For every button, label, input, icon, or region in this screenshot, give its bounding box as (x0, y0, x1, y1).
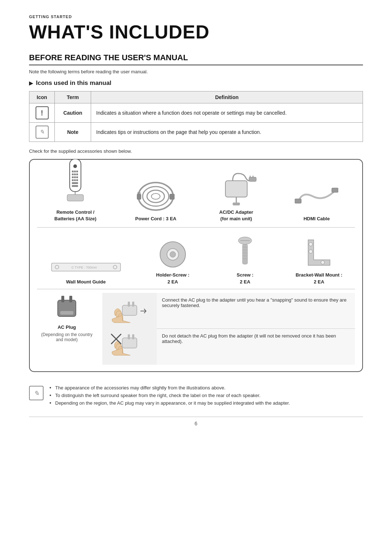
wall-mount-item: C TYPE : 700mm Wall Mount Guide (50, 240, 122, 285)
remote-image (65, 170, 85, 206)
remote-svg (65, 159, 85, 206)
hand-notouch-svg (108, 331, 151, 360)
svg-rect-33 (332, 188, 338, 192)
holderscrew-svg (158, 240, 187, 269)
svg-point-40 (170, 252, 176, 257)
remote-label: Remote Control /Batteries (AA Size) (54, 209, 97, 222)
svg-rect-54 (69, 296, 72, 302)
icons-heading: Icons used in this manual (29, 79, 363, 87)
accessories-row-1: Remote Control /Batteries (AA Size) (37, 170, 355, 222)
svg-point-50 (309, 250, 313, 253)
table-row: ✎ Note Indicates tips or instructions on… (29, 123, 363, 142)
svg-rect-58 (132, 302, 134, 307)
svg-rect-5 (72, 173, 74, 175)
power-cord-label: Power Cord : 3 EA (135, 216, 176, 222)
svg-rect-11 (72, 179, 74, 181)
ac-plug-sublabel: (Depending on the countryand model) (41, 332, 92, 342)
cord-svg (136, 180, 176, 213)
bracket-label: Bracket-Wall Mount :2 EA (296, 272, 343, 285)
caution-icon-cell: ! (29, 103, 55, 123)
section-subtitle: Note the following terms before reading … (29, 69, 363, 74)
svg-rect-25 (170, 194, 175, 200)
hdmi-svg (295, 180, 338, 213)
breadcrumb: GETTING STARTED (29, 15, 363, 19)
hdmi-label: HDMI Cable (303, 216, 330, 222)
svg-rect-31 (233, 203, 240, 205)
adapter-image (215, 170, 258, 206)
note-term: Note (55, 123, 91, 142)
bracket-svg (303, 236, 335, 269)
ac-instruction-1: Connect the AC plug to the adapter until… (157, 293, 355, 329)
section-title: BEFORE READING THE USER'S MANUAL (29, 53, 363, 65)
page-title: WHAT'S INCLUDED (29, 21, 363, 43)
svg-rect-60 (128, 334, 130, 339)
holder-screw-label: Holder-Screw :2 EA (156, 272, 189, 285)
ac-hand-images (102, 293, 157, 365)
acplug-svg (52, 293, 81, 322)
svg-rect-7 (76, 173, 78, 175)
svg-rect-9 (74, 176, 76, 178)
caution-term: Caution (55, 103, 91, 123)
page-number: 6 (29, 417, 363, 426)
screw-image (232, 233, 258, 269)
svg-rect-15 (72, 185, 78, 187)
svg-point-20 (147, 190, 164, 203)
svg-rect-3 (74, 171, 76, 172)
holder-screw-item: Holder-Screw :2 EA (151, 233, 195, 285)
ac-instruction-2: Do not detach the AC plug from the adapt… (157, 329, 355, 365)
svg-rect-13 (76, 179, 78, 181)
accessories-divider-1 (37, 227, 355, 228)
svg-rect-27 (249, 177, 256, 181)
table-header-term: Term (55, 91, 91, 103)
wall-mount-label: Wall Mount Guide (66, 279, 106, 285)
svg-rect-10 (76, 176, 78, 178)
caution-icon: ! (36, 106, 49, 119)
table-row: ! Caution Indicates a situation where a … (29, 103, 363, 123)
accessories-box: Remote Control /Batteries (AA Size) (29, 159, 363, 372)
power-cord-item: Power Cord : 3 EA (134, 176, 177, 222)
notes-list: The appearance of the accessories may di… (49, 385, 290, 408)
svg-point-1 (73, 164, 77, 168)
wall-mount-image: C TYPE : 700mm (50, 240, 122, 276)
note-definition: Indicates tips or instructions on the pa… (91, 123, 363, 142)
note-item-1: The appearance of the accessories may di… (49, 385, 290, 391)
accessories-row-2: C TYPE : 700mm Wall Mount Guide Holder-S… (37, 233, 355, 285)
screw-label: Screw :2 EA (237, 272, 253, 285)
ac-plug-label: AC Plug (58, 324, 76, 331)
power-cord-image (136, 176, 176, 213)
ac-plug-section: AC Plug (Depending on the countryand mod… (37, 289, 355, 365)
ac-plug-right: Connect the AC plug to the adapter until… (157, 293, 355, 365)
hand-connect-svg (108, 298, 151, 327)
svg-rect-6 (74, 173, 76, 175)
svg-point-51 (321, 261, 324, 264)
svg-text:C TYPE : 700mm: C TYPE : 700mm (72, 266, 97, 269)
svg-rect-14 (72, 182, 78, 184)
adapter-item: AC/DC Adapter(for main unit) (215, 170, 258, 222)
ac-plug-left: AC Plug (Depending on the countryand mod… (37, 293, 102, 365)
svg-rect-26 (225, 181, 247, 197)
screw-svg (232, 236, 258, 269)
svg-rect-8 (72, 176, 74, 178)
svg-rect-16 (67, 195, 83, 201)
svg-rect-59 (122, 338, 137, 348)
hdmi-cable-item: HDMI Cable (295, 176, 338, 222)
bracket-item: Bracket-Wall Mount :2 EA (296, 233, 343, 285)
adapter-label: AC/DC Adapter(for main unit) (219, 209, 253, 222)
svg-rect-32 (295, 199, 301, 203)
holder-screw-image (158, 233, 187, 269)
note-icon: ✎ (36, 126, 49, 139)
screw-item: Screw :2 EA (223, 233, 267, 285)
hdmi-image (295, 176, 338, 213)
remote-control-item: Remote Control /Batteries (AA Size) (54, 170, 97, 222)
note-icon-cell: ✎ (29, 123, 55, 142)
svg-point-49 (309, 242, 313, 246)
note-box-icon: ✎ (29, 386, 44, 400)
wallguide-svg: C TYPE : 700mm (50, 258, 122, 276)
bracket-image (303, 233, 335, 269)
svg-rect-53 (61, 296, 64, 302)
check-text: Check for the supplied accessories shown… (29, 148, 363, 154)
caution-definition: Indicates a situation where a function d… (91, 103, 363, 123)
table-header-icon: Icon (29, 91, 55, 103)
ac-plug-image (52, 293, 81, 322)
note-item-2: To distinguish the left surround speaker… (49, 393, 290, 398)
